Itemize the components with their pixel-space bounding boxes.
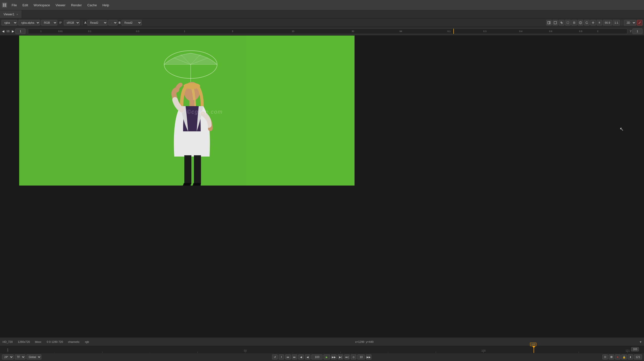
svg-rect-3	[5, 5, 6, 7]
grid-btn[interactable]	[571, 20, 577, 25]
frame-label: f/8	[6, 30, 11, 33]
menu-file[interactable]: File	[9, 2, 19, 8]
tab-close-btn[interactable]: ×	[16, 13, 18, 16]
view-layout-btn-2[interactable]	[552, 20, 558, 25]
timeline-bar: 1 1 50 100 121	[0, 346, 644, 361]
format-label: HD_720	[3, 340, 13, 343]
svg-rect-40	[194, 155, 201, 184]
menu-help[interactable]: Help	[100, 2, 112, 8]
svg-rect-1	[5, 4, 6, 5]
y-input-group: Y	[630, 28, 642, 34]
tabbar: Viewer1 ×	[0, 10, 644, 18]
prev-frame-btn[interactable]: ◀	[2, 29, 5, 34]
record-btn-2[interactable]: ●	[615, 354, 621, 359]
first-frame-btn[interactable]: ⏮	[285, 354, 291, 359]
svg-rect-57	[610, 356, 612, 358]
refresh-btn[interactable]	[584, 20, 590, 25]
stop-btn[interactable]	[609, 354, 614, 359]
bounce-btn[interactable]: ⊙	[351, 354, 356, 359]
viewer-image: ©cgsop.com	[19, 36, 355, 186]
svg-point-37	[184, 83, 200, 89]
right-toolbar: ⏸ 90.9 1:1 2D 3D	[546, 20, 642, 25]
svg-marker-18	[587, 21, 588, 22]
y-label: Y	[630, 30, 632, 33]
a-input-select[interactable]: Read2	[87, 20, 107, 25]
transport-row: 24* 24 25 30 TF Global Local ↺ I ⏮ ⏭ ◀ ◀…	[0, 353, 644, 361]
info-btn[interactable]	[578, 20, 583, 25]
channel-select[interactable]: rgba rgb red green blue alpha	[2, 20, 17, 25]
ab-section: A Read2 - B Read2	[84, 20, 142, 25]
prev-frame-btn[interactable]: ◀	[298, 354, 304, 359]
cursor-indicator: ↖	[620, 126, 624, 132]
frame-number-input[interactable]	[15, 28, 25, 34]
menu-edit[interactable]: Edit	[20, 2, 31, 8]
expand-arrow[interactable]: ▾	[640, 340, 641, 344]
end-frame-display: 121	[634, 354, 642, 359]
zoom-display: 90.9	[603, 20, 612, 25]
current-frame-input[interactable]	[311, 354, 323, 359]
play-fwd-btn[interactable]: ▶▶	[331, 354, 337, 359]
timeline-ruler: 1 0.01 0.1 0.3 1 3 10 30 64 0.1 0.3 0.4 …	[28, 28, 627, 34]
channels-value: rgb	[85, 340, 89, 343]
prev-keyframe-btn[interactable]: ⏭	[292, 354, 297, 359]
fps-select[interactable]: 24* 24 25 30	[2, 354, 14, 359]
ab-dash-select[interactable]: -	[108, 20, 118, 25]
svg-rect-26	[19, 36, 120, 186]
svg-rect-38	[189, 100, 194, 106]
menu-viewer[interactable]: Viewer	[53, 2, 68, 8]
record-btn-1[interactable]	[602, 354, 608, 359]
alpha-channel-select[interactable]: rgba.alpha	[18, 20, 40, 25]
roi-btn[interactable]	[565, 20, 571, 25]
menu-render[interactable]: Render	[69, 2, 84, 8]
bbox-value: 0 0 1280 720	[47, 340, 63, 343]
toolbar1: rgba rgb red green blue alpha rgba.alpha…	[0, 18, 644, 27]
tab-label: Viewer1	[4, 13, 14, 16]
menu-cache[interactable]: Cache	[85, 2, 99, 8]
lock-btn[interactable]: 🔒	[621, 354, 627, 359]
separator-1	[82, 20, 82, 25]
svg-point-24	[639, 23, 639, 24]
b-input-select[interactable]: Read2	[122, 20, 142, 25]
frame-step-input[interactable]	[357, 354, 365, 359]
y-input[interactable]	[632, 28, 642, 34]
b-label: B	[119, 21, 121, 24]
in-point-btn[interactable]: I	[279, 354, 284, 359]
paint-btn[interactable]	[637, 20, 642, 25]
menubar: File Edit Workspace Viewer Render Cache …	[0, 0, 644, 10]
tl-ruler: 1 50 100 121	[7, 346, 634, 353]
play-btn[interactable]: ▶	[324, 354, 330, 359]
settings-btn[interactable]	[590, 20, 596, 25]
svg-rect-27	[246, 36, 355, 186]
last-frame-btn[interactable]: ⏭|	[344, 354, 350, 359]
toolbar2: ◀ f/8 ▶ 1 0.01 0.1 0.3 1 3 10 30 64 0.1 …	[0, 27, 644, 36]
coords-display: x=1299 y=449	[355, 340, 374, 343]
step-fwd-btn[interactable]: ▶▶	[366, 354, 371, 359]
menu-workspace[interactable]: Workspace	[31, 2, 52, 8]
bbox-label: bbox:	[35, 340, 42, 343]
colorspace-select[interactable]: RGB sRGB linear	[41, 20, 57, 25]
svg-rect-56	[604, 356, 606, 358]
ip-label: IP	[58, 21, 63, 24]
pause-btn[interactable]: ⏸	[597, 20, 602, 25]
next-frame-btn[interactable]: ▶	[11, 29, 15, 34]
next-frame-btn[interactable]: ▶|	[338, 354, 343, 359]
statusbar: HD_720 1280x720 bbox: 0 0 1280 720 chann…	[0, 337, 644, 346]
zoom-ratio-display: 1:1	[613, 20, 620, 25]
step-back-btn[interactable]: ◀	[305, 354, 310, 359]
viewer-tab-1[interactable]: Viewer1 ×	[0, 10, 22, 18]
view-layout-btn-1[interactable]	[546, 20, 552, 25]
svg-text:©cgsop.com: ©cgsop.com	[187, 109, 223, 115]
loop-btn[interactable]: ↺	[272, 354, 278, 359]
svg-point-17	[580, 22, 581, 22]
tl-frame-badge: 103	[631, 347, 639, 351]
scope-select[interactable]: Global Local	[26, 354, 41, 359]
svg-rect-0	[3, 4, 4, 5]
channels-label: channels:	[68, 340, 80, 343]
overlay-btn[interactable]	[559, 20, 564, 25]
view-mode-select[interactable]: 2D 3D	[624, 20, 636, 25]
download-btn[interactable]: ⬇	[628, 354, 633, 359]
tf-select[interactable]: TF	[15, 354, 25, 359]
viewer-main: ©cgsop.com ↖	[0, 36, 644, 337]
svg-rect-10	[567, 22, 569, 24]
lut-select[interactable]: sRGB linear raw	[64, 20, 80, 25]
